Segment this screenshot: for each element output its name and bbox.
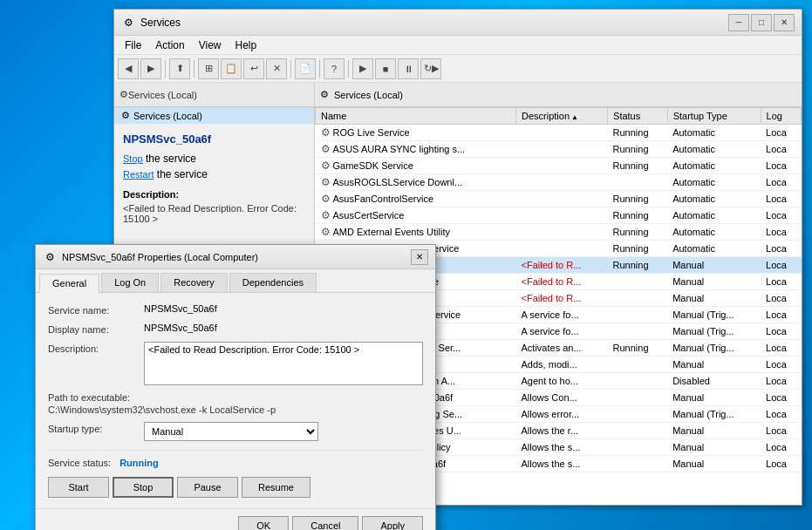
svc-desc-cell — [516, 191, 608, 207]
menu-action[interactable]: Action — [148, 37, 191, 53]
properties-button[interactable]: 📄 — [295, 58, 316, 79]
minimize-button[interactable]: ─ — [728, 14, 749, 31]
svc-name-cell: ⚙AMD External Events Utility — [316, 224, 516, 241]
table-row[interactable]: ⚙ROG Live ServiceRunningAutomaticLoca — [316, 125, 802, 141]
tab-dependencies[interactable]: Dependencies — [229, 273, 317, 292]
title-bar: ⚙ Services ─ □ ✕ — [114, 10, 802, 36]
resume-button[interactable]: Resume — [242, 477, 310, 498]
svc-startup-cell: Automatic — [667, 224, 761, 241]
menu-file[interactable]: File — [118, 37, 148, 53]
stop-service-button[interactable]: ■ — [375, 58, 396, 79]
table-row[interactable]: ⚙AsusCertServiceRunningAutomaticLoca — [316, 207, 802, 224]
tabs-bar: General Log On Recovery Dependencies — [36, 269, 435, 293]
svc-desc-cell — [516, 158, 608, 174]
col-status[interactable]: Status — [608, 108, 668, 125]
tree-item-label: Services (Local) — [133, 111, 202, 121]
svc-desc-cell: Adds, modi... — [516, 357, 608, 373]
svc-status-cell — [608, 274, 668, 290]
pause-button[interactable]: Pause — [177, 477, 238, 498]
svc-desc-cell — [516, 174, 608, 191]
svc-startup-cell: Manual — [667, 357, 761, 373]
title-bar-controls: ─ □ ✕ — [728, 14, 795, 31]
description-textarea[interactable] — [144, 342, 423, 385]
svc-startup-cell: Manual (Trig... — [667, 406, 761, 423]
svc-status-cell — [608, 456, 668, 472]
svc-log-cell: Loca — [761, 158, 801, 174]
cancel-button[interactable]: Cancel — [292, 516, 358, 530]
svc-startup-cell: Manual — [667, 456, 761, 472]
svc-name-cell: ⚙GameSDK Service — [316, 158, 516, 174]
ok-button[interactable]: OK — [238, 516, 289, 530]
maximize-button[interactable]: □ — [751, 14, 772, 31]
col-name[interactable]: Name — [316, 108, 516, 125]
svc-desc-cell: Allows Con... — [516, 390, 608, 406]
apply-button[interactable]: Apply — [362, 516, 423, 530]
toolbar-separator-3 — [290, 60, 291, 78]
dialog-close-button[interactable]: ✕ — [411, 249, 428, 265]
svc-startup-cell: Manual — [667, 439, 761, 456]
stop-button[interactable]: Stop — [113, 477, 174, 498]
tab-recovery[interactable]: Recovery — [160, 273, 227, 292]
svc-status-cell — [608, 390, 668, 406]
service-icon: ⚙ — [321, 209, 331, 221]
table-row[interactable]: ⚙AMD External Events UtilityRunningAutom… — [316, 224, 802, 241]
svc-startup-cell: Manual — [667, 274, 761, 290]
table-row[interactable]: ⚙ASUS AURA SYNC lighting s...RunningAuto… — [316, 141, 802, 158]
table-row[interactable]: ⚙GameSDK ServiceRunningAutomaticLoca — [316, 158, 802, 174]
start-service-button[interactable]: ▶ — [352, 58, 373, 79]
tab-general[interactable]: General — [39, 274, 99, 293]
svc-desc-cell: <Failed to R... — [516, 290, 608, 307]
display-name-row: Display name: NPSMSvc_50a6f — [48, 323, 423, 335]
col-startup[interactable]: Startup Type — [667, 108, 761, 125]
list-header: ⚙ Services (Local) — [315, 83, 802, 107]
svc-startup-cell: Manual (Trig... — [667, 323, 761, 340]
svc-startup-cell: Automatic — [667, 141, 761, 158]
back-button[interactable]: ◀ — [118, 58, 139, 79]
window-title: Services — [140, 17, 728, 29]
paste-button[interactable]: 📋 — [221, 58, 242, 79]
start-button[interactable]: Start — [48, 477, 109, 498]
restart-service-button[interactable]: ↻▶ — [420, 58, 441, 79]
svc-name-cell: ⚙AsusCertService — [316, 207, 516, 224]
app-icon: ⚙ — [121, 16, 135, 30]
properties-dialog: ⚙ NPSMSvc_50a6f Properties (Local Comput… — [35, 244, 436, 530]
table-row[interactable]: ⚙AsusFanControlServiceRunningAutomaticLo… — [316, 191, 802, 207]
menu-view[interactable]: View — [192, 37, 229, 53]
close-button[interactable]: ✕ — [774, 14, 795, 31]
svc-startup-cell: Manual — [667, 423, 761, 439]
toolbar-separator-5 — [348, 60, 349, 78]
restart-service-link[interactable]: Restart — [123, 169, 154, 180]
col-log[interactable]: Log — [761, 108, 801, 125]
copy-button[interactable]: ⊞ — [198, 58, 219, 79]
svc-status-cell — [608, 290, 668, 307]
pause-service-button[interactable]: ⏸ — [398, 58, 419, 79]
svc-status-cell — [608, 439, 668, 456]
stop-action-text: the service — [146, 153, 196, 165]
table-row[interactable]: ⚙AsusROGLSLService Downl...AutomaticLoca — [316, 174, 802, 191]
menu-help[interactable]: Help — [229, 37, 264, 53]
svc-desc-cell: <Failed to R... — [516, 257, 608, 274]
svc-status-cell — [608, 406, 668, 423]
svc-status-cell: Running — [608, 191, 668, 207]
help-button[interactable]: ? — [324, 58, 345, 79]
col-description[interactable]: Description▲ — [516, 108, 608, 125]
svc-status-cell — [608, 323, 668, 340]
svc-startup-cell: Automatic — [667, 125, 761, 141]
stop-service-link[interactable]: Stop — [123, 153, 143, 164]
tree-item-services-local[interactable]: ⚙ Services (Local) — [114, 107, 314, 124]
svc-status-cell: Running — [608, 257, 668, 274]
undo-button[interactable]: ↩ — [243, 58, 264, 79]
svc-log-cell: Loca — [761, 307, 801, 323]
svc-log-cell: Loca — [761, 125, 801, 141]
startup-type-select[interactable]: Manual Automatic Disabled — [144, 422, 318, 441]
delete-button[interactable]: ✕ — [266, 58, 287, 79]
forward-button[interactable]: ▶ — [140, 58, 161, 79]
svc-startup-cell: Automatic — [667, 174, 761, 191]
tab-logon[interactable]: Log On — [101, 273, 159, 292]
svc-status-cell: Running — [608, 340, 668, 357]
up-button[interactable]: ⬆ — [169, 58, 190, 79]
path-value: C:\Windows\system32\svchost.exe -k Local… — [48, 404, 423, 415]
svc-log-cell: Loca — [761, 456, 801, 472]
svc-name-cell: ⚙ROG Live Service — [316, 125, 516, 141]
description-text: <Failed to Read Description. Error Code:… — [123, 203, 305, 224]
